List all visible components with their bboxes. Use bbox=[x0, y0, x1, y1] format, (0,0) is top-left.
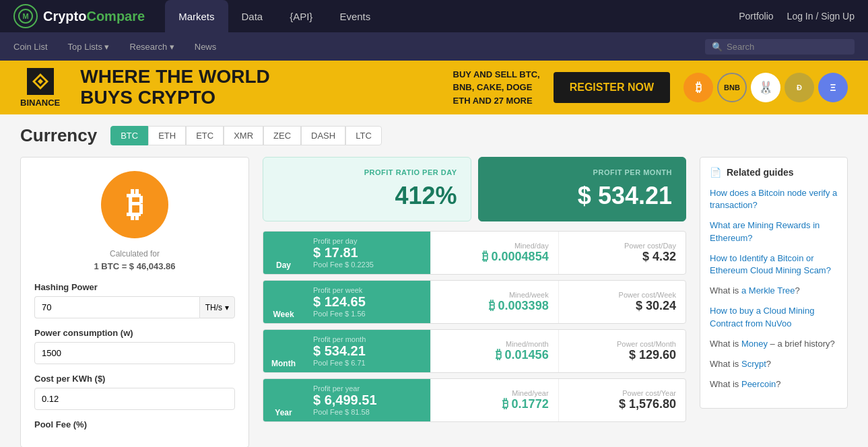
mined-sub-3: Mined/year bbox=[440, 389, 548, 397]
toplists-link[interactable]: Top Lists ▾ bbox=[68, 42, 110, 52]
chevron-down-icon: ▾ bbox=[225, 303, 229, 312]
row-period-month: Month bbox=[263, 330, 304, 372]
row-period-year: Year bbox=[263, 379, 304, 421]
guide-text-4: What is a Merkle Tree? bbox=[710, 285, 838, 297]
power-sub-3: Power cost/Year bbox=[568, 389, 676, 397]
binance-diamond-icon bbox=[27, 68, 54, 95]
nav-data[interactable]: Data bbox=[228, 0, 277, 32]
doge-icon: Ð bbox=[784, 73, 814, 102]
cost-per-kwh-input[interactable] bbox=[34, 388, 235, 410]
profit-month-card: PROFIT PER MONTH $ 534.21 bbox=[478, 157, 687, 221]
power-sub-0: Power cost/Day bbox=[568, 242, 676, 250]
profit-row-year: Year Profit per year $ 6,499.51 Pool Fee… bbox=[263, 378, 686, 422]
second-navigation: Coin List Top Lists ▾ Research ▾ News 🔍 bbox=[0, 32, 868, 61]
tab-zec[interactable]: ZEC bbox=[263, 126, 301, 145]
right-panel: 📄 Related guides How does a Bitcoin node… bbox=[700, 157, 848, 447]
profit-sub-1: Profit per week bbox=[313, 286, 421, 294]
merkle-tree-link[interactable]: a Merkle Tree bbox=[741, 285, 795, 296]
profit-value-1: $ 124.65 bbox=[313, 294, 421, 310]
mined-value-0: ₿ 0.0004854 bbox=[440, 250, 548, 264]
guide-link-1[interactable]: How does a Bitcoin node verify a transac… bbox=[710, 187, 838, 211]
power-consumption-input[interactable] bbox=[34, 342, 235, 364]
coin-icons: ₿ BNB 🐰 Ð Ξ bbox=[683, 73, 848, 102]
profit-cards: PROFIT RATIO PER DAY 412% PROFIT PER MON… bbox=[263, 157, 686, 221]
banner-subtext: BUY AND SELL BTC,BNB, CAKE, DOGEETH AND … bbox=[453, 68, 540, 108]
calculator-box: ₿ Calculated for 1 BTC = $ 46,043.86 Has… bbox=[20, 157, 249, 447]
hashing-unit-label: TH/s bbox=[205, 303, 222, 312]
coinlist-link[interactable]: Coin List bbox=[13, 42, 48, 52]
pool-fee-1: Pool Fee $ 1.56 bbox=[313, 310, 421, 318]
profit-section-1: Profit per week $ 124.65 Pool Fee $ 1.56 bbox=[304, 281, 431, 323]
search-icon: 🔍 bbox=[712, 42, 723, 52]
power-sub-2: Power cost/Month bbox=[568, 340, 676, 348]
cost-per-kwh-label: Cost per KWh ($) bbox=[34, 374, 235, 384]
power-value-0: $ 4.32 bbox=[568, 250, 676, 264]
row-period-week: Week bbox=[263, 281, 304, 323]
news-link[interactable]: News bbox=[195, 42, 217, 52]
portfolio-link[interactable]: Portfolio bbox=[739, 11, 773, 22]
row-content-3: Profit per year $ 6,499.51 Pool Fee $ 81… bbox=[304, 379, 686, 421]
money-link[interactable]: Money bbox=[741, 339, 768, 349]
profit-rows: Day Profit per day $ 17.81 Pool Fee $ 0.… bbox=[263, 231, 686, 422]
profit-row-week: Week Profit per week $ 124.65 Pool Fee $… bbox=[263, 280, 686, 324]
hashing-unit-select[interactable]: TH/s ▾ bbox=[199, 296, 235, 318]
profit-ratio-card: PROFIT RATIO PER DAY 412% bbox=[263, 157, 471, 221]
tab-ltc[interactable]: LTC bbox=[345, 126, 382, 145]
mined-sub-1: Mined/week bbox=[440, 291, 548, 299]
profit-month-value: $ 534.21 bbox=[492, 182, 673, 210]
peercoin-link[interactable]: Peercoin bbox=[741, 379, 776, 389]
main-panel: PROFIT RATIO PER DAY 412% PROFIT PER MON… bbox=[263, 157, 686, 447]
guide-link-3[interactable]: How to Identify a Bitcoin or Ethereum Cl… bbox=[710, 252, 838, 277]
power-section-2: Power cost/Month $ 129.60 bbox=[559, 330, 686, 372]
nav-right: Portfolio Log In / Sign Up bbox=[739, 11, 855, 22]
banner: BINANCE WHERE THE WORLD BUYS CRYPTO BUY … bbox=[0, 61, 868, 114]
research-link[interactable]: Research ▾ bbox=[130, 42, 174, 52]
search-input[interactable] bbox=[727, 42, 848, 52]
eth-icon: Ξ bbox=[818, 73, 848, 102]
bnb-icon: BNB bbox=[717, 73, 747, 102]
currency-tabs: BTC ETH ETC XMR ZEC DASH LTC bbox=[110, 126, 382, 145]
mined-sub-0: Mined/day bbox=[440, 242, 548, 250]
mined-section-2: Mined/month ₿ 0.01456 bbox=[431, 330, 558, 372]
mined-value-2: ₿ 0.01456 bbox=[440, 348, 548, 362]
mined-section-3: Mined/year ₿ 0.1772 bbox=[431, 379, 558, 421]
power-section-1: Power cost/Week $ 30.24 bbox=[559, 281, 686, 323]
scrypt-link[interactable]: Scrypt bbox=[741, 359, 766, 369]
register-button[interactable]: REGISTER NOW bbox=[554, 72, 670, 103]
pool-fee-3: Pool Fee $ 81.58 bbox=[313, 408, 421, 416]
nav-markets[interactable]: Markets bbox=[165, 0, 228, 32]
tab-dash[interactable]: DASH bbox=[301, 126, 345, 145]
profit-section-3: Profit per year $ 6,499.51 Pool Fee $ 81… bbox=[304, 379, 431, 421]
row-content-1: Profit per week $ 124.65 Pool Fee $ 1.56… bbox=[304, 281, 686, 323]
search-box[interactable]: 🔍 bbox=[705, 39, 855, 55]
power-consumption-label: Power consumption (w) bbox=[34, 328, 235, 338]
guide-link-5[interactable]: How to buy a Cloud Mining Contract from … bbox=[710, 305, 838, 329]
svg-text:M: M bbox=[22, 12, 28, 20]
binance-logo: BINANCE bbox=[20, 68, 60, 108]
hashing-power-label: Hashing Power bbox=[34, 282, 235, 292]
profit-sub-3: Profit per year bbox=[313, 384, 421, 392]
power-section-0: Power cost/Day $ 4.32 bbox=[559, 232, 686, 274]
profit-sub-2: Profit per month bbox=[313, 335, 421, 343]
binance-label: BINANCE bbox=[20, 98, 60, 108]
login-link[interactable]: Log In / Sign Up bbox=[787, 11, 855, 22]
tab-etc[interactable]: ETC bbox=[186, 126, 224, 145]
tab-xmr[interactable]: XMR bbox=[224, 126, 263, 145]
profit-ratio-label: PROFIT RATIO PER DAY bbox=[277, 168, 457, 176]
hashing-power-input[interactable] bbox=[34, 296, 199, 318]
hashing-power-field: TH/s ▾ bbox=[34, 296, 235, 318]
guide-link-2[interactable]: What are Mining Rewards in Ethereum? bbox=[710, 219, 838, 244]
power-value-1: $ 30.24 bbox=[568, 299, 676, 313]
row-content-2: Profit per month $ 534.21 Pool Fee $ 6.7… bbox=[304, 330, 686, 372]
power-section-3: Power cost/Year $ 1,576.80 bbox=[559, 379, 686, 421]
logo[interactable]: M CryptoCompare bbox=[13, 4, 145, 28]
nav-api[interactable]: {API} bbox=[276, 0, 326, 32]
currency-header: Currency BTC ETH ETC XMR ZEC DASH LTC bbox=[20, 125, 848, 146]
nav-events[interactable]: Events bbox=[326, 0, 384, 32]
power-sub-1: Power cost/Week bbox=[568, 291, 676, 299]
tab-eth[interactable]: ETH bbox=[148, 126, 186, 145]
main-nav-items: Markets Data {API} Events bbox=[165, 0, 739, 32]
left-panel: ₿ Calculated for 1 BTC = $ 46,043.86 Has… bbox=[20, 157, 249, 447]
tab-btc[interactable]: BTC bbox=[110, 126, 148, 145]
pool-fee-2: Pool Fee $ 6.71 bbox=[313, 359, 421, 367]
